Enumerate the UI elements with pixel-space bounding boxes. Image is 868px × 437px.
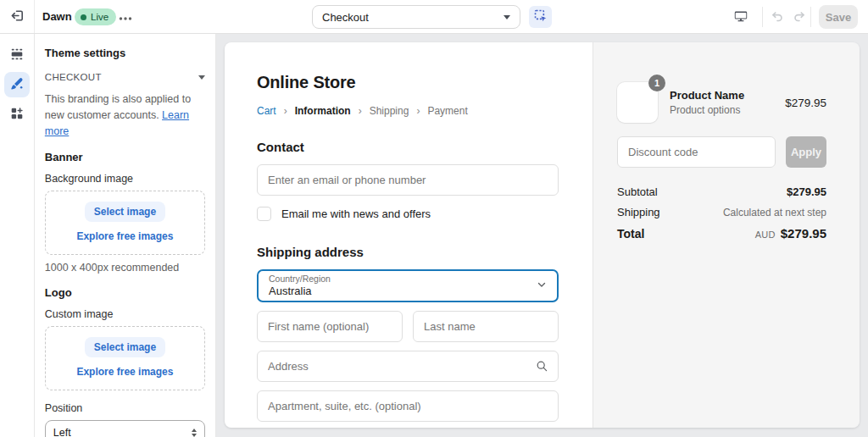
exit-icon — [9, 8, 25, 26]
theme-name: Dawn — [42, 0, 72, 33]
preview-canvas: Online Store Cart › Information › Shippi… — [216, 34, 868, 437]
cart-line-item: 1 Product Name Product options $279.95 — [617, 82, 826, 123]
currency-code: AUD — [755, 230, 776, 240]
discount-code-row: Apply — [617, 136, 826, 168]
breadcrumb-separator-icon: › — [416, 105, 420, 117]
banner-heading: Banner — [45, 151, 205, 163]
product-price: $279.95 — [785, 97, 826, 109]
undo-button[interactable] — [767, 7, 787, 27]
subtotal-label: Subtotal — [617, 185, 658, 198]
chevron-down-icon — [198, 75, 205, 80]
checkout-section-label: CHECKOUT — [45, 72, 102, 82]
branding-description: This branding is also applied to new cus… — [45, 91, 205, 139]
breadcrumb-cart-link[interactable]: Cart — [257, 105, 276, 117]
topbar: Dawn Live Checkout — [0, 0, 868, 34]
subtotal-row: Subtotal $279.95 — [617, 185, 826, 198]
theme-settings-tab-button[interactable] — [4, 72, 30, 97]
checkout-section-header[interactable]: CHECKOUT — [45, 72, 205, 82]
total-amount: AUD$279.95 — [755, 226, 826, 241]
chevron-down-icon — [537, 279, 547, 292]
order-totals: Subtotal $279.95 Shipping Calculated at … — [617, 185, 826, 241]
newsletter-option: Email me with news and offers — [257, 207, 559, 221]
checkout-form-section: Online Store Cart › Information › Shippi… — [225, 42, 593, 428]
topbar-divider — [762, 7, 763, 27]
undo-icon — [770, 8, 785, 26]
desktop-monitor-icon — [733, 8, 748, 26]
sections-icon — [9, 47, 25, 64]
newsletter-label: Email me with news and offers — [281, 207, 431, 220]
section-inspector-toggle[interactable] — [529, 6, 552, 28]
position-label: Position — [45, 402, 205, 414]
product-options: Product options — [670, 104, 744, 116]
shipping-row: Shipping Calculated at next step — [617, 206, 826, 218]
breadcrumb-information: Information — [295, 105, 351, 117]
subtotal-value: $279.95 — [787, 185, 826, 198]
breadcrumb-separator-icon: › — [359, 105, 362, 117]
exit-editor-button[interactable] — [0, 0, 35, 33]
product-name: Product Name — [670, 89, 744, 102]
country-region-select[interactable]: Country/Region Australia — [257, 269, 559, 302]
order-summary-section: 1 Product Name Product options $279.95 A… — [593, 42, 860, 428]
device-preview-button[interactable] — [727, 7, 754, 27]
page-selector-dropdown[interactable]: Checkout — [312, 5, 520, 29]
sections-tab-button[interactable] — [4, 42, 30, 68]
position-select-value: Left — [53, 427, 71, 437]
banner-select-image-button[interactable]: Select image — [85, 202, 165, 222]
banner-size-hint: 1000 x 400px recommended — [45, 262, 205, 274]
custom-image-upload-box: Select image Explore free images — [45, 326, 205, 390]
redo-button[interactable] — [789, 7, 810, 27]
app-embeds-icon — [9, 106, 25, 124]
apartment-field[interactable] — [257, 390, 559, 422]
breadcrumb-separator-icon: › — [284, 105, 287, 117]
country-region-value: Australia — [269, 285, 331, 299]
topbar-divider — [810, 7, 811, 27]
editor-icon-rail — [0, 34, 35, 437]
live-dot-icon — [81, 14, 86, 20]
live-badge-label: Live — [91, 12, 108, 22]
breadcrumb-payment: Payment — [427, 105, 467, 117]
total-value: $279.95 — [781, 226, 826, 241]
page-selector-value: Checkout — [322, 11, 369, 24]
total-label: Total — [617, 227, 644, 241]
product-info: Product Name Product options — [670, 89, 744, 116]
banner-explore-free-images-link[interactable]: Explore free images — [76, 230, 173, 242]
logo-explore-free-images-link[interactable]: Explore free images — [76, 366, 173, 378]
first-name-field[interactable] — [257, 311, 403, 342]
country-region-label: Country/Region — [269, 274, 331, 285]
background-image-upload-box: Select image Explore free images — [45, 191, 205, 255]
position-select[interactable]: Left — [45, 420, 205, 437]
main-area: Theme settings CHECKOUT This branding is… — [0, 34, 868, 437]
paint-brush-icon — [9, 76, 25, 94]
shipping-value: Calculated at next step — [723, 207, 826, 218]
total-row: Total AUD$279.95 — [617, 226, 826, 241]
discount-code-field[interactable] — [617, 136, 776, 168]
store-name: Online Store — [257, 73, 559, 92]
shipping-address-heading: Shipping address — [257, 245, 559, 259]
apply-discount-button[interactable]: Apply — [786, 136, 826, 168]
theme-settings-panel: Theme settings CHECKOUT This branding is… — [35, 34, 216, 437]
product-thumbnail: 1 — [617, 82, 658, 123]
save-button[interactable]: Save — [819, 5, 858, 29]
app-embeds-tab-button[interactable] — [4, 102, 30, 127]
panel-title: Theme settings — [45, 47, 205, 59]
background-image-label: Background image — [45, 173, 205, 185]
country-region-text: Country/Region Australia — [269, 274, 331, 299]
email-field[interactable] — [257, 164, 559, 196]
selection-cursor-icon — [533, 8, 548, 25]
live-status-badge: Live — [75, 8, 116, 25]
address-field[interactable] — [257, 351, 559, 382]
redo-icon — [792, 8, 807, 26]
shipping-label: Shipping — [617, 206, 660, 218]
select-arrows-icon — [192, 429, 197, 437]
logo-heading: Logo — [45, 286, 205, 299]
more-actions-button[interactable] — [114, 8, 137, 26]
breadcrumb-shipping: Shipping — [370, 105, 409, 117]
logo-select-image-button[interactable]: Select image — [85, 337, 165, 357]
search-icon — [535, 359, 548, 375]
breadcrumb: Cart › Information › Shipping › Payment — [257, 105, 559, 117]
last-name-field[interactable] — [413, 311, 559, 342]
chevron-down-icon — [504, 15, 510, 19]
checkout-preview: Online Store Cart › Information › Shippi… — [225, 42, 860, 428]
ellipsis-icon — [119, 11, 132, 24]
newsletter-checkbox[interactable] — [257, 207, 271, 221]
